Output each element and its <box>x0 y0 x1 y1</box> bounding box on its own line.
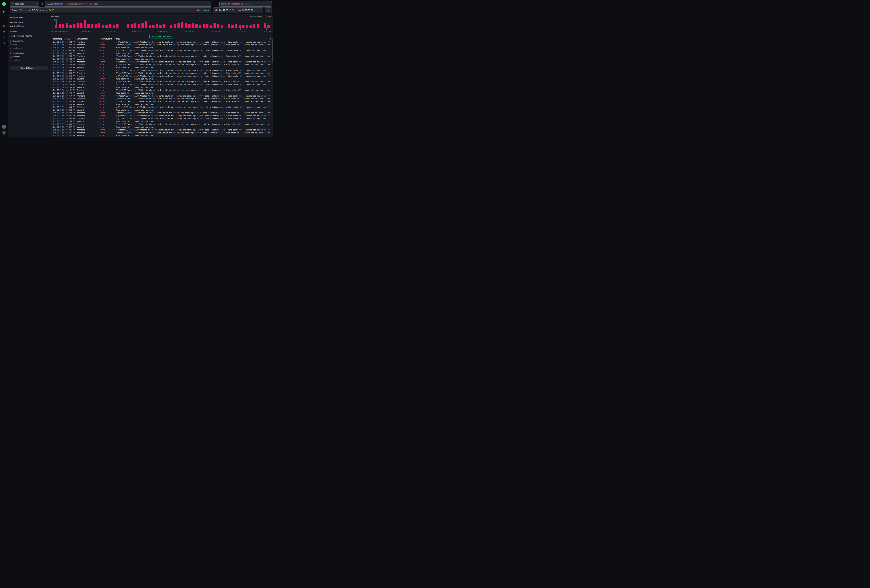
table-row[interactable]: › Jun 11 1:55:39.331 PM frontend error ×… <box>50 115 273 117</box>
histogram-bar[interactable] <box>220 25 223 28</box>
help-button[interactable]: ? <box>2 125 6 129</box>
order-by-input[interactable]: ORDER BY TimestampTime DESC <box>219 1 272 7</box>
search-input[interactable]: SeverityText:error AND "Visa cache full"… <box>10 7 212 13</box>
denoise-results-row[interactable]: Denoise Results <box>10 35 48 37</box>
row-expand-chevron-icon[interactable]: › <box>51 92 52 94</box>
histogram-bar[interactable] <box>250 25 252 28</box>
histogram-bar[interactable] <box>159 25 162 28</box>
tab-results-table[interactable]: Results Table <box>10 21 48 24</box>
checkout-checkbox[interactable] <box>10 56 12 58</box>
histogram-bar[interactable] <box>62 24 64 28</box>
table-row[interactable]: › Jun 11 1:55:39.330 PM frontend error {… <box>50 112 273 114</box>
user-avatar[interactable]: U <box>2 131 6 135</box>
histogram-bar[interactable] <box>116 24 119 28</box>
table-row[interactable]: › Jun 11 1:56:32.849 PM frontend error ×… <box>50 69 273 72</box>
histogram-bar[interactable] <box>59 24 61 28</box>
collapse-sidebar-icon[interactable] <box>3 11 5 14</box>
histogram-bar[interactable] <box>177 23 180 28</box>
histogram-bar[interactable] <box>102 25 104 28</box>
histogram-bar[interactable] <box>142 23 144 28</box>
more-filters-button[interactable]: More filters <box>10 66 48 70</box>
histogram-bar[interactable] <box>242 25 244 28</box>
histogram-bar[interactable] <box>134 23 136 28</box>
row-expand-chevron-icon[interactable]: › <box>51 112 52 114</box>
row-expand-chevron-icon[interactable]: › <box>51 43 52 46</box>
histogram-bar[interactable] <box>264 23 266 28</box>
table-row[interactable]: › Jun 11 1:55:07.827 PM payment error Vi… <box>50 126 273 128</box>
row-expand-chevron-icon[interactable]: › <box>51 95 52 97</box>
histogram-bar[interactable] <box>253 24 255 28</box>
table-row[interactable]: › Jun 11 1:55:59.765 PM frontend error {… <box>50 97 273 100</box>
histogram-bar[interactable] <box>246 25 248 28</box>
histogram-bar[interactable] <box>98 23 100 28</box>
table-row[interactable]: › Jun 11 1:56:43.001 PM frontend error ×… <box>50 49 273 52</box>
row-expand-chevron-icon[interactable]: › <box>51 134 52 137</box>
histogram-bar[interactable] <box>239 25 241 28</box>
histogram-bar[interactable] <box>203 24 205 28</box>
row-expand-chevron-icon[interactable]: › <box>51 66 52 69</box>
col-body[interactable]: Body <box>116 38 120 40</box>
table-row[interactable]: › Jun 11 1:56:08.956 PM frontend error ×… <box>50 75 273 77</box>
row-expand-chevron-icon[interactable]: › <box>51 103 52 106</box>
histogram-bar[interactable] <box>210 25 212 28</box>
histogram-bar[interactable] <box>213 23 216 28</box>
histogram-bar[interactable] <box>77 23 79 28</box>
table-row[interactable]: › Jun 11 1:56:42.995 PM payment error Vi… <box>50 52 273 55</box>
histogram-bar[interactable] <box>185 23 187 28</box>
table-row[interactable]: › Jun 11 1:56:51.975 PM payment error Vi… <box>50 46 273 49</box>
table-row[interactable]: › Jun 11 1:55:59.767 PM frontend error ×… <box>50 95 273 97</box>
row-expand-chevron-icon[interactable]: › <box>51 100 52 103</box>
run-query-button[interactable] <box>265 7 272 13</box>
histogram-bar[interactable] <box>206 24 209 28</box>
row-expand-chevron-icon[interactable]: › <box>51 69 52 72</box>
row-expand-chevron-icon[interactable]: › <box>51 83 52 86</box>
histogram-bar[interactable] <box>267 25 270 28</box>
histogram-bar[interactable] <box>131 24 133 28</box>
histogram-bar[interactable] <box>228 24 230 28</box>
row-expand-chevron-icon[interactable]: › <box>51 77 52 80</box>
table-row[interactable]: › Jun 11 1:55:07.841 PM frontend error ×… <box>50 128 273 131</box>
histogram-bar[interactable] <box>66 23 68 28</box>
row-expand-chevron-icon[interactable]: › <box>51 58 52 61</box>
source-settings-gear-icon[interactable]: ⚙ <box>40 1 45 7</box>
table-row[interactable]: › Jun 11 1:55:16.296 PM payment error Vi… <box>50 120 273 123</box>
table-row[interactable]: › Jun 11 1:56:08.955 PM frontend error {… <box>50 80 273 83</box>
row-expand-chevron-icon[interactable]: › <box>51 117 52 120</box>
row-expand-chevron-icon[interactable]: › <box>51 120 52 123</box>
histogram-bar[interactable] <box>217 24 219 28</box>
row-expand-chevron-icon[interactable]: › <box>51 41 52 43</box>
table-row[interactable]: › Jun 11 1:55:51.452 PM frontend error {… <box>50 100 273 103</box>
mode-toggle-lucene[interactable]: Lucene <box>203 9 209 11</box>
table-row[interactable]: › Jun 11 1:56:38.542 PM frontend error ×… <box>50 61 273 63</box>
histogram-bar[interactable] <box>188 24 191 28</box>
table-row[interactable]: › Jun 11 1:56:08.948 PM payment error Vi… <box>50 77 273 80</box>
table-row[interactable]: › Jun 11 1:55:07.835 PM frontend error {… <box>50 131 273 134</box>
histogram-bar[interactable] <box>138 24 140 28</box>
select-columns-input[interactable]: SELECT Timestamp, ServiceName, SeverityT… <box>45 1 211 7</box>
info-checkbox[interactable] <box>10 43 12 45</box>
row-expand-chevron-icon[interactable]: › <box>51 55 52 58</box>
col-resize-handle[interactable]: ⋮ <box>113 38 115 40</box>
table-row[interactable]: › Jun 11 1:56:42.999 PM frontend error {… <box>50 55 273 58</box>
filter-option-info[interactable]: info <box>10 43 48 45</box>
row-expand-chevron-icon[interactable]: › <box>51 72 52 74</box>
table-row[interactable]: › Jun 11 1:56:38.540 PM frontend error {… <box>50 63 273 66</box>
histogram-bar[interactable] <box>199 25 201 28</box>
histogram-bar[interactable] <box>163 24 165 28</box>
histogram-bar[interactable] <box>149 25 151 28</box>
load-more-severitytext[interactable]: Load more <box>10 47 48 49</box>
row-expand-chevron-icon[interactable]: › <box>51 123 52 126</box>
histogram-bar[interactable] <box>235 24 237 28</box>
table-row[interactable]: › Jun 11 1:56:03.252 PM frontend error {… <box>50 89 273 92</box>
histogram-bar[interactable] <box>106 25 108 28</box>
histogram-bar[interactable] <box>156 24 158 28</box>
histogram-bar[interactable] <box>195 24 198 28</box>
row-expand-chevron-icon[interactable]: › <box>51 75 52 77</box>
search-logs-icon[interactable] <box>3 25 5 27</box>
table-row[interactable]: › Jun 11 1:56:03.248 PM payment error Vi… <box>50 86 273 89</box>
row-expand-chevron-icon[interactable]: › <box>51 49 52 52</box>
table-row[interactable]: › Jun 11 1:56:32.843 PM payment error Vi… <box>50 66 273 69</box>
table-row[interactable]: › Jun 11 1:56:51.980 PM frontend error {… <box>50 43 273 46</box>
col-servicename[interactable]: ServiceName <box>77 38 88 40</box>
table-scrollbar-thumb[interactable] <box>272 39 273 63</box>
